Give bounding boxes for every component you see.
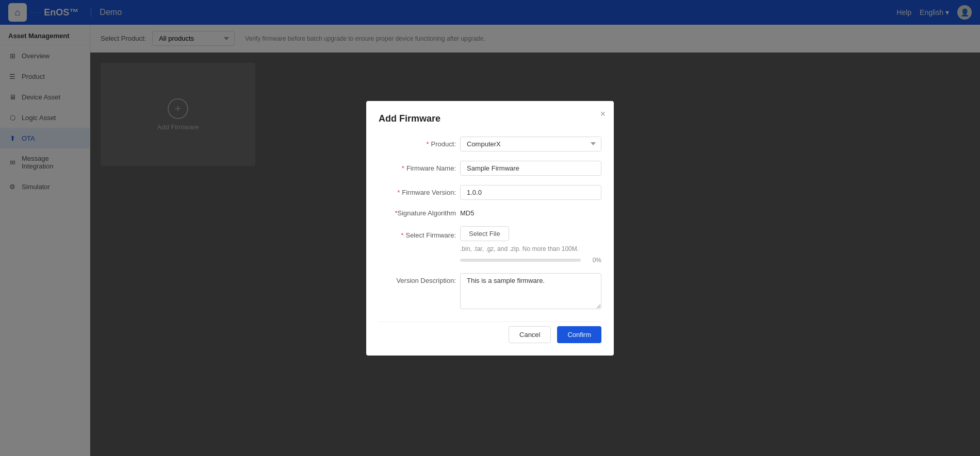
progress-percentage: 0% [585, 257, 601, 264]
confirm-button[interactable]: Confirm [557, 326, 601, 343]
product-row: *Product: ComputerXProduct AProduct B [379, 137, 601, 151]
firmware-name-label: *Firmware Name: [379, 161, 456, 172]
version-description-label: Version Description: [379, 273, 456, 284]
firmware-version-label: *Firmware Version: [379, 185, 456, 196]
required-indicator: * [397, 189, 400, 196]
modal-footer: Cancel Confirm [379, 322, 601, 343]
upload-progress-row: 0% [460, 257, 601, 264]
version-description-input[interactable]: This is a sample firmware. [460, 273, 601, 309]
file-hint: .bin, .tar, .gz, and .zip. No more than … [460, 245, 601, 252]
firmware-name-input[interactable] [460, 161, 601, 176]
required-indicator: * [427, 140, 429, 148]
product-label: *Product: [379, 137, 456, 148]
modal-overlay: Add Firmware × *Product: ComputerXProduc… [0, 0, 980, 456]
product-dropdown[interactable]: ComputerXProduct AProduct B [460, 137, 601, 151]
select-firmware-label: *Select Firmware: [379, 228, 456, 239]
firmware-version-row: *Firmware Version: [379, 185, 601, 200]
select-firmware-row: *Select Firmware: Select File [379, 226, 601, 241]
signature-label: *Signature Algorithm [379, 209, 456, 217]
modal-title: Add Firmware [379, 113, 601, 124]
select-file-button[interactable]: Select File [460, 226, 509, 241]
required-indicator: * [401, 231, 403, 239]
progress-bar [460, 259, 581, 262]
version-description-row: Version Description: This is a sample fi… [379, 273, 601, 309]
modal-close-button[interactable]: × [600, 109, 606, 119]
add-firmware-modal: Add Firmware × *Product: ComputerXProduc… [366, 101, 614, 356]
firmware-name-row: *Firmware Name: [379, 161, 601, 176]
cancel-button[interactable]: Cancel [509, 326, 551, 343]
signature-value: MD5 [460, 209, 474, 217]
firmware-version-input[interactable] [460, 185, 601, 200]
signature-row: *Signature Algorithm MD5 [379, 209, 601, 217]
required-indicator: * [402, 164, 404, 172]
